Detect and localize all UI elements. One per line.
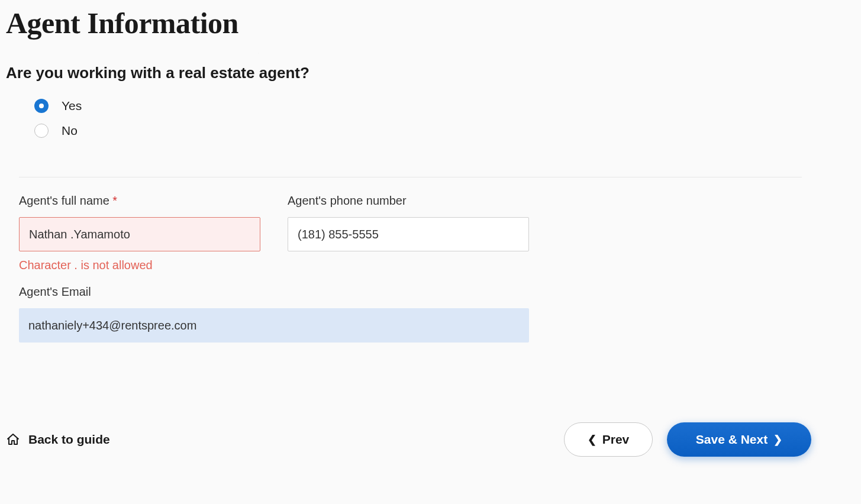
- chevron-right-icon: ❯: [773, 434, 782, 445]
- agent-phone-input[interactable]: [288, 217, 529, 251]
- radio-yes-indicator: [34, 99, 49, 113]
- chevron-left-icon: ❮: [588, 434, 596, 445]
- section-divider: [19, 177, 802, 177]
- agent-name-field: Agent's full name * Character . is not a…: [19, 194, 260, 272]
- agent-name-label: Agent's full name *: [19, 194, 260, 208]
- bottom-bar: Back to guide ❮ Prev Save & Next ❯: [0, 422, 861, 457]
- prev-button-text: Prev: [602, 432, 630, 447]
- nav-buttons: ❮ Prev Save & Next ❯: [564, 422, 811, 457]
- agent-email-label: Agent's Email: [19, 285, 91, 298]
- agent-question-heading: Are you working with a real estate agent…: [6, 64, 855, 82]
- radio-option-yes[interactable]: Yes: [34, 99, 855, 113]
- back-to-guide-link[interactable]: Back to guide: [6, 432, 110, 447]
- radio-yes-label: Yes: [62, 99, 82, 113]
- agent-email-display: nathaniely+434@rentspree.com: [19, 308, 529, 343]
- agent-name-label-text: Agent's full name: [19, 194, 109, 207]
- required-star: *: [112, 194, 117, 207]
- page-title: Agent Information: [6, 6, 855, 40]
- home-icon: [6, 432, 20, 447]
- agent-phone-field: Agent's phone number: [288, 194, 529, 272]
- save-next-button-text: Save & Next: [696, 432, 768, 447]
- radio-no-indicator: [34, 124, 49, 138]
- back-to-guide-text: Back to guide: [28, 432, 110, 447]
- agent-radio-group: Yes No: [6, 99, 855, 163]
- radio-no-label: No: [62, 124, 78, 138]
- prev-button[interactable]: ❮ Prev: [564, 422, 653, 457]
- agent-phone-label: Agent's phone number: [288, 194, 529, 208]
- agent-name-error: Character . is not allowed: [19, 259, 260, 272]
- agent-name-input[interactable]: [19, 217, 260, 251]
- radio-option-no[interactable]: No: [34, 124, 855, 138]
- save-next-button[interactable]: Save & Next ❯: [667, 422, 811, 457]
